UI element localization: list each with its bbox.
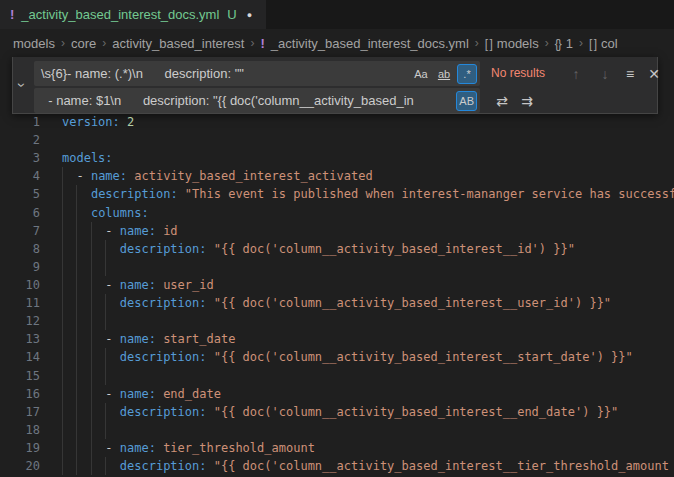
code-text: models: (62, 149, 674, 167)
indent-guide (105, 312, 106, 330)
code-text: - name: end_date (62, 385, 674, 403)
code-line[interactable]: 5 description: "This event is published … (0, 185, 674, 203)
breadcrumb-item[interactable]: [ ]models (485, 36, 539, 51)
indent-guide (62, 330, 63, 348)
match-case-toggle[interactable]: Aa (411, 64, 431, 84)
code-line[interactable]: 2 (0, 131, 674, 149)
indent-guide (62, 457, 63, 475)
indent-guide (62, 276, 63, 294)
code-line[interactable]: 9 (0, 258, 674, 276)
indent-guide (76, 276, 77, 294)
code-text: - name: id (62, 222, 674, 240)
code-line[interactable]: 19 - name: tier_threshold_amount (0, 439, 674, 457)
indent-guide (91, 240, 92, 258)
code-line[interactable]: 18 (0, 421, 674, 439)
replace-button[interactable]: ⇄ (491, 90, 513, 112)
indent-guide (76, 348, 77, 366)
find-in-selection-button[interactable]: ≡ (619, 63, 641, 85)
code-line[interactable]: 13 - name: start_date (0, 330, 674, 348)
indent-guide (62, 258, 63, 276)
line-number: 5 (0, 187, 40, 201)
line-number: 10 (0, 278, 40, 292)
indent-guide (62, 185, 63, 203)
indent-guide (62, 367, 63, 385)
code-line[interactable]: 20 description: "{{ doc('column__activit… (0, 457, 674, 475)
selection-lines-icon: ≡ (626, 66, 634, 82)
breadcrumb-item[interactable]: {}1 (555, 36, 573, 51)
code-line[interactable]: 8 description: "{{ doc('column__activity… (0, 240, 674, 258)
line-number: 17 (0, 405, 40, 419)
code-text: version: 2 (62, 113, 674, 131)
breadcrumb-separator-icon: › (579, 36, 583, 50)
replace-input[interactable]: - name: $1\n description: "{{ doc('colum… (34, 88, 480, 113)
indent-guide (76, 240, 77, 258)
breadcrumb-label: activity_based_interest (112, 36, 244, 51)
whole-word-toggle[interactable]: ab (434, 64, 454, 84)
breadcrumb-label: col (601, 36, 618, 51)
code-line[interactable]: 4 - name: activity_based_interest_activa… (0, 167, 674, 185)
regex-toggle[interactable]: .* (457, 64, 477, 84)
indent-guide (76, 403, 77, 421)
code-text (62, 312, 674, 330)
indent-guide (62, 312, 63, 330)
code-text: description: "{{ doc('column__activity_b… (62, 294, 674, 312)
breadcrumb-label: 1 (566, 36, 573, 51)
code-line[interactable]: 11 description: "{{ doc('column__activit… (0, 294, 674, 312)
line-number: 8 (0, 242, 40, 256)
indent-guide (62, 403, 63, 421)
replace-all-button[interactable]: ⇉ (516, 90, 538, 112)
breadcrumb-item[interactable]: !_activity_based_interest_docs.yml (260, 36, 468, 51)
previous-match-button[interactable]: ↑ (565, 63, 587, 85)
code-text: - name: activity_based_interest_activate… (62, 167, 674, 185)
line-number: 12 (0, 314, 40, 328)
code-lines: 1version: 223models:4 - name: activity_b… (0, 113, 674, 475)
line-number: 9 (0, 260, 40, 274)
indent-guide (62, 294, 63, 312)
close-find-button[interactable]: ✕ (643, 63, 665, 85)
breadcrumb-item[interactable]: [ ]col (589, 36, 618, 51)
tab-active-file[interactable]: ! _activity_based_interest_docs.yml U ● (0, 0, 266, 29)
code-text: description: "{{ doc('column__activity_b… (62, 457, 674, 475)
whole-word-label: ab (438, 68, 450, 80)
breadcrumb-separator-icon: › (61, 36, 65, 50)
breadcrumb-separator-icon: › (545, 36, 549, 50)
code-editor[interactable]: 1version: 223models:4 - name: activity_b… (0, 113, 674, 477)
code-text: description: "{{ doc('column__activity_b… (62, 240, 674, 258)
tab-filename: _activity_based_interest_docs.yml (21, 7, 219, 22)
breadcrumb-item[interactable]: activity_based_interest (112, 36, 244, 51)
code-line[interactable]: 12 (0, 312, 674, 330)
toggle-replace-button[interactable]: › (13, 57, 31, 113)
code-line[interactable]: 10 - name: user_id (0, 276, 674, 294)
breadcrumb: models›core›activity_based_interest›!_ac… (0, 29, 674, 57)
indent-guide (76, 312, 77, 330)
code-line[interactable]: 15 (0, 367, 674, 385)
line-number: 3 (0, 151, 40, 165)
code-line[interactable]: 14 description: "{{ doc('column__activit… (0, 348, 674, 366)
indent-guide (91, 276, 92, 294)
code-line[interactable]: 1version: 2 (0, 113, 674, 131)
yaml-file-icon: ! (260, 36, 264, 51)
indent-guide (62, 348, 63, 366)
indent-guide (62, 385, 63, 403)
replace-input-value: - name: $1\n description: "{{ doc('colum… (34, 93, 456, 108)
find-input[interactable]: \s{6}- name: (.*)\n description: "" Aa a… (34, 61, 480, 86)
code-line[interactable]: 6 columns: (0, 204, 674, 222)
code-text: - name: start_date (62, 330, 674, 348)
tab-bar: ! _activity_based_interest_docs.yml U ● (0, 0, 674, 29)
indent-guide (91, 421, 92, 439)
code-line[interactable]: 16 - name: end_date (0, 385, 674, 403)
breadcrumb-item[interactable]: models (13, 36, 55, 51)
modified-dot-icon[interactable]: ● (247, 10, 252, 20)
indent-guide (105, 294, 106, 312)
line-number: 6 (0, 206, 40, 220)
breadcrumb-item[interactable]: core (71, 36, 96, 51)
preserve-case-toggle[interactable]: AB (456, 91, 477, 111)
chevron-down-icon: › (14, 83, 30, 88)
vscode-window: ! _activity_based_interest_docs.yml U ● … (0, 0, 674, 477)
next-match-button[interactable]: ↓ (594, 63, 616, 85)
code-line[interactable]: 17 description: "{{ doc('column__activit… (0, 403, 674, 421)
code-line[interactable]: 7 - name: id (0, 222, 674, 240)
code-text (62, 258, 674, 276)
code-line[interactable]: 3models: (0, 149, 674, 167)
close-icon: ✕ (648, 66, 660, 82)
